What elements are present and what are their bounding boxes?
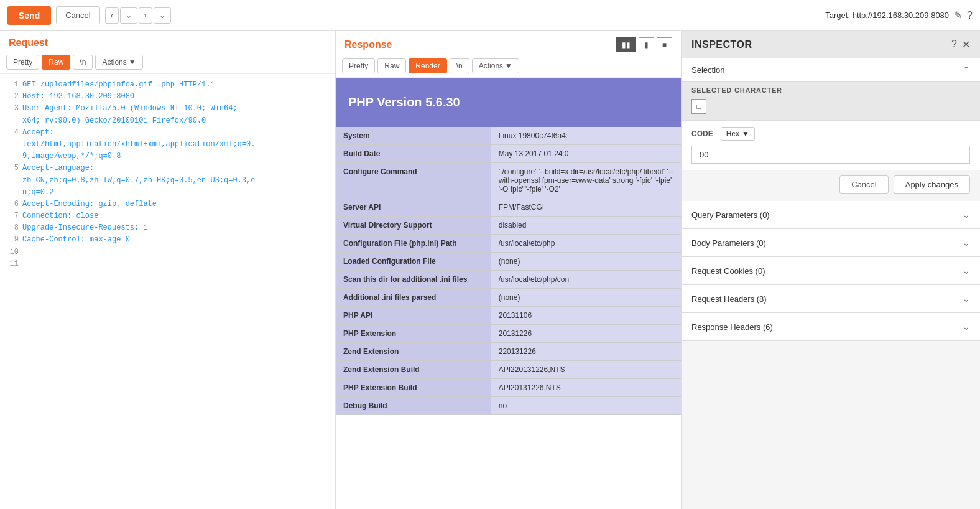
accordion-section: Request Headers (8) ⌄: [682, 285, 980, 313]
req-text: Connection: close: [22, 210, 98, 222]
accordion-header[interactable]: Request Cookies (0) ⌄: [682, 257, 980, 284]
req-num: 5: [9, 162, 19, 174]
request-actions-chevron: ▼: [129, 58, 136, 67]
req-text: Cache-Control: max-age=0: [22, 234, 130, 246]
req-text: Host: 192.168.30.209:8080: [22, 91, 134, 103]
nav-fwd-down-button[interactable]: ⌄: [154, 7, 171, 24]
inspector-panel: INSPECTOR ? ✕ Selection ⌃ SELECTED CHARA…: [682, 31, 980, 509]
nav-fwd-button[interactable]: ›: [139, 7, 152, 24]
php-table-row: Additional .ini files parsed(none): [336, 289, 681, 307]
req-num: [9, 139, 19, 151]
cancel-button[interactable]: Cancel: [56, 6, 99, 24]
view-icons: ▮▮ ▮ ■: [616, 37, 672, 52]
view-split-icon[interactable]: ▮▮: [616, 37, 636, 52]
send-button[interactable]: Send: [7, 6, 51, 25]
accordion-label: Request Cookies (0): [691, 266, 765, 276]
inspector-cancel-button[interactable]: Cancel: [839, 175, 888, 194]
view-single-icon[interactable]: ▮: [639, 37, 654, 52]
php-table-value: FPM/FastCGI: [491, 198, 681, 217]
req-line: 8Upgrade-Insecure-Requests: 1: [9, 222, 326, 234]
request-actions-dropdown[interactable]: Actions ▼: [95, 55, 142, 70]
inspector-header-icons: ? ✕: [951, 39, 970, 50]
php-table-value: /usr/local/etc/php: [491, 235, 681, 253]
php-table-key: PHP Extension: [336, 325, 491, 343]
req-line: n;q=0.2: [9, 187, 326, 198]
req-line: 1GET /uploadfiles/phpinfoa.gif .php HTTP…: [9, 79, 326, 91]
top-bar: Send Cancel ‹ ⌄ › ⌄ Target: http://192.1…: [0, 0, 980, 31]
code-format-dropdown[interactable]: Hex ▼: [721, 127, 755, 141]
req-text: n;q=0.2: [22, 187, 53, 198]
req-line: 3User-Agent: Mozilla/5.0 (Windows NT 10.…: [9, 103, 326, 114]
inspector-help-icon[interactable]: ?: [951, 39, 957, 50]
req-line: text/html,application/xhtml+xml,applicat…: [9, 139, 326, 151]
php-table-row: Zend Extension BuildAPI220131226,NTS: [336, 361, 681, 379]
php-table-row: PHP Extension BuildAPI20131226,NTS: [336, 379, 681, 397]
req-line: 9,image/webp,*/*;q=0.8: [9, 151, 326, 162]
req-line: zh-CN,zh;q=0.8,zh-TW;q=0.7,zh-HK;q=0.5,e…: [9, 175, 326, 187]
accordion-section: Request Cookies (0) ⌄: [682, 257, 980, 285]
accordion-label: Request Headers (8): [691, 294, 767, 304]
response-tab-pretty[interactable]: Pretty: [342, 58, 375, 73]
req-num: 4: [9, 127, 19, 139]
req-num: 11: [9, 258, 19, 270]
req-text: text/html,application/xhtml+xml,applicat…: [22, 139, 255, 151]
req-num: 2: [9, 91, 19, 103]
nav-down-button[interactable]: ⌄: [120, 7, 137, 24]
accordion-label: Response Headers (6): [691, 322, 773, 332]
main-layout: Request Pretty Raw \n Actions ▼ 1GET /up…: [0, 31, 980, 509]
req-num: [9, 151, 19, 162]
php-table-key: Configuration File (php.ini) Path: [336, 235, 491, 253]
response-tab-newline[interactable]: \n: [450, 58, 469, 73]
req-num: 10: [9, 246, 19, 258]
php-table-key: Debug Build: [336, 397, 491, 415]
nav-buttons: ‹ ⌄ › ⌄: [105, 7, 171, 24]
target-url: Target: http://192.168.30.209:8080: [825, 11, 949, 20]
inspector-close-icon[interactable]: ✕: [962, 39, 970, 50]
nav-back-button[interactable]: ‹: [105, 7, 119, 24]
code-label: CODE: [691, 129, 713, 138]
req-text: Accept-Encoding: gzip, deflate: [22, 198, 157, 210]
accordion-section: Query Parameters (0) ⌄: [682, 201, 980, 229]
inspector-header: INSPECTOR ? ✕: [682, 31, 980, 58]
php-info-table: SystemLinux 19800c74f6a4:Build DateMay 1…: [336, 127, 681, 415]
request-panel: Request Pretty Raw \n Actions ▼ 1GET /up…: [0, 31, 336, 509]
php-table-row: Server APIFPM/FastCGI: [336, 198, 681, 217]
request-body: 1GET /uploadfiles/phpinfoa.gif .php HTTP…: [0, 74, 335, 509]
request-tab-newline[interactable]: \n: [73, 55, 93, 70]
php-table-key: PHP Extension Build: [336, 379, 491, 397]
view-horiz-icon[interactable]: ■: [657, 37, 672, 52]
response-actions-dropdown[interactable]: Actions ▼: [472, 58, 519, 73]
selection-section: Selection ⌃: [682, 58, 980, 82]
response-tab-render[interactable]: Render: [409, 58, 446, 73]
php-table-value: disabled: [491, 217, 681, 235]
accordion-header[interactable]: Query Parameters (0) ⌄: [682, 201, 980, 228]
selection-header[interactable]: Selection ⌃: [682, 58, 980, 81]
response-actions-chevron: ▼: [505, 62, 512, 70]
accordion-header[interactable]: Request Headers (8) ⌄: [682, 285, 980, 312]
req-num: 7: [9, 210, 19, 222]
edit-icon[interactable]: ✎: [954, 9, 962, 21]
accordion-header[interactable]: Body Parameters (0) ⌄: [682, 229, 980, 256]
php-table-value: 20131226: [491, 325, 681, 343]
php-table-key: Zend Extension: [336, 343, 491, 361]
req-num: [9, 187, 19, 198]
response-body[interactable]: PHP Version 5.6.30 SystemLinux 19800c74f…: [336, 78, 681, 509]
request-tab-raw[interactable]: Raw: [42, 55, 70, 70]
php-table-row: Build DateMay 13 2017 01:24:0: [336, 145, 681, 163]
code-format-label: Hex: [726, 129, 739, 138]
req-text: x64; rv:90.0) Gecko/20100101 Firefox/90.…: [22, 115, 206, 127]
char-box: □: [691, 99, 706, 114]
help-icon[interactable]: ?: [967, 10, 973, 21]
req-line: 6Accept-Encoding: gzip, deflate: [9, 198, 326, 210]
apply-changes-button[interactable]: Apply changes: [894, 175, 970, 194]
response-title: Response: [344, 39, 392, 50]
req-num: 6: [9, 198, 19, 210]
php-table-key: PHP API: [336, 307, 491, 325]
response-tab-raw[interactable]: Raw: [377, 58, 406, 73]
request-tab-pretty[interactable]: Pretty: [6, 55, 39, 70]
accordion-header[interactable]: Response Headers (6) ⌄: [682, 313, 980, 340]
php-table-key: Scan this dir for additional .ini files: [336, 271, 491, 289]
req-num: [9, 115, 19, 127]
selected-char-title: SELECTED CHARACTER: [682, 82, 980, 96]
accordion-chevron: ⌄: [963, 210, 970, 220]
